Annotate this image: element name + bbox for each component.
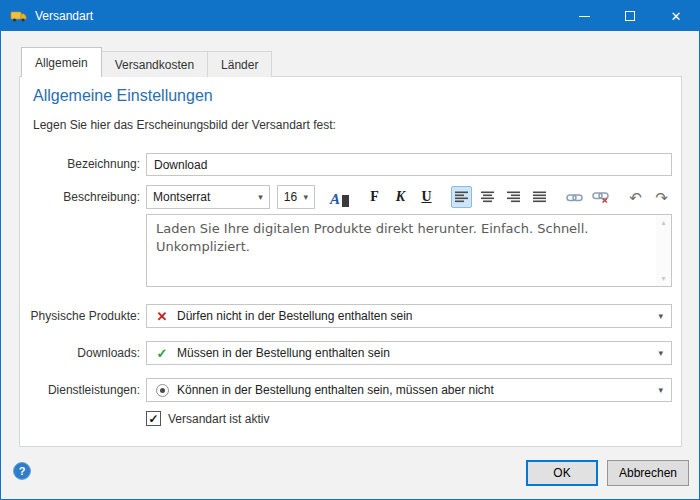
redo-button[interactable]: ↷ (651, 186, 672, 208)
underline-button[interactable]: U (416, 186, 437, 208)
redo-icon: ↷ (655, 190, 668, 205)
editor-scrollbar[interactable]: ▴ ▾ (656, 215, 671, 286)
checkmark-icon: ✓ (148, 413, 158, 425)
versandart-aktiv-label: Versandart ist aktiv (168, 412, 269, 426)
required-check-icon: ✓ (155, 346, 169, 361)
color-swatch (342, 195, 349, 207)
beschreibung-editor[interactable]: Laden Sie Ihre digitalen Produkte direkt… (146, 214, 672, 287)
versandart-aktiv-checkbox[interactable]: ✓ (146, 411, 161, 426)
tab-bar: Allgemein Versandkosten Länder (21, 47, 271, 77)
chevron-down-icon: ▾ (303, 192, 308, 202)
chevron-down-icon: ▾ (658, 348, 663, 358)
tab-versandkosten[interactable]: Versandkosten (101, 51, 208, 77)
align-right-button[interactable] (503, 186, 524, 208)
chevron-down-icon: ▾ (658, 385, 663, 395)
close-icon: ✕ (671, 10, 682, 23)
scroll-down-icon: ▾ (661, 274, 665, 283)
font-family-select[interactable]: Montserrat ▾ (146, 185, 270, 209)
font-size-value: 16 (284, 190, 300, 204)
question-mark-icon: ? (19, 465, 26, 477)
bold-button[interactable]: F (364, 186, 385, 208)
minimize-icon (579, 16, 590, 17)
physische-produkte-value: Dürfen nicht in der Bestellung enthalten… (177, 309, 654, 323)
link-icon (566, 192, 583, 203)
align-right-icon (507, 191, 521, 203)
shipping-truck-icon (10, 10, 27, 23)
window-title: Versandart (35, 9, 93, 23)
downloads-value: Müssen in der Bestellung enthalten sein (177, 346, 654, 360)
bezeichnung-input[interactable] (146, 153, 672, 176)
window-controls: ✕ (561, 1, 699, 31)
italic-button[interactable]: K (390, 186, 411, 208)
downloads-select[interactable]: ✓ Müssen in der Bestellung enthalten sei… (146, 341, 672, 365)
allgemein-tab-panel: Allgemeine Einstellungen Legen Sie hier … (19, 76, 682, 447)
tab-laender[interactable]: Länder (207, 51, 272, 77)
minimize-button[interactable] (561, 1, 607, 31)
font-color-letter: A (330, 192, 340, 207)
cancel-button[interactable]: Abbrechen (607, 460, 689, 486)
chevron-down-icon: ▾ (658, 311, 663, 321)
undo-button[interactable]: ↶ (625, 186, 646, 208)
maximize-icon (625, 11, 635, 21)
dienstleistungen-value: Können in der Bestellung enthalten sein,… (177, 383, 654, 397)
tab-allgemein-label: Allgemein (35, 56, 88, 70)
align-center-icon (481, 191, 495, 203)
justify-button[interactable] (529, 186, 550, 208)
dienstleistungen-select[interactable]: Können in der Bestellung enthalten sein,… (146, 378, 672, 402)
align-left-icon (455, 191, 469, 203)
unlink-icon (592, 191, 609, 203)
font-family-value: Montserrat (153, 190, 254, 204)
beschreibung-label: Beschreibung: (28, 190, 140, 204)
align-left-button[interactable] (451, 186, 472, 208)
undo-icon: ↶ (629, 190, 642, 205)
close-button[interactable]: ✕ (653, 1, 699, 31)
intro-text: Legen Sie hier das Erscheinungsbild der … (33, 118, 336, 132)
font-color-button[interactable]: A (329, 186, 350, 208)
justify-icon (533, 191, 547, 203)
optional-circle-icon (155, 384, 169, 397)
physische-produkte-select[interactable]: ✕ Dürfen nicht in der Bestellung enthalt… (146, 304, 672, 328)
help-button[interactable]: ? (13, 462, 31, 480)
scroll-up-icon: ▴ (661, 218, 665, 227)
versandart-dialog: Versandart ✕ Allgemein Versandkosten Län… (0, 0, 700, 500)
maximize-button[interactable] (607, 1, 653, 31)
tab-versandkosten-label: Versandkosten (115, 58, 194, 72)
window-titlebar[interactable]: Versandart ✕ (1, 1, 699, 31)
bold-icon: F (370, 189, 379, 205)
richtext-toolbar: Montserrat ▾ 16 ▾ A F K U (146, 184, 672, 210)
beschreibung-text: Laden Sie Ihre digitalen Produkte direkt… (147, 215, 656, 286)
bezeichnung-label: Bezeichnung: (28, 157, 140, 171)
insert-link-button[interactable] (564, 186, 585, 208)
downloads-label: Downloads: (28, 346, 140, 360)
remove-link-button[interactable] (590, 186, 611, 208)
ok-button[interactable]: OK (526, 460, 598, 486)
page-title: Allgemeine Einstellungen (33, 87, 213, 105)
font-size-select[interactable]: 16 ▾ (277, 185, 315, 209)
underline-icon: U (421, 189, 431, 205)
chevron-down-icon: ▾ (258, 192, 263, 202)
forbidden-x-icon: ✕ (155, 309, 169, 324)
tab-laender-label: Länder (221, 58, 258, 72)
tab-allgemein[interactable]: Allgemein (21, 47, 102, 77)
versandart-aktiv-row: ✓ Versandart ist aktiv (146, 411, 269, 426)
italic-icon: K (396, 189, 405, 205)
dienstleistungen-label: Dienstleistungen: (28, 383, 140, 397)
physische-produkte-label: Physische Produkte: (28, 309, 140, 323)
align-center-button[interactable] (477, 186, 498, 208)
